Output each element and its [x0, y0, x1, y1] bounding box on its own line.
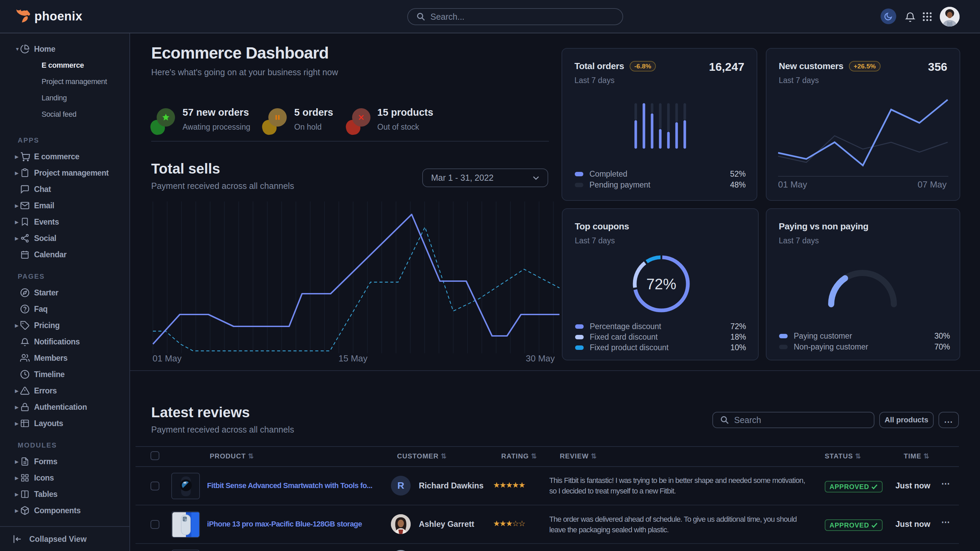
- svg-text:72%: 72%: [646, 276, 676, 292]
